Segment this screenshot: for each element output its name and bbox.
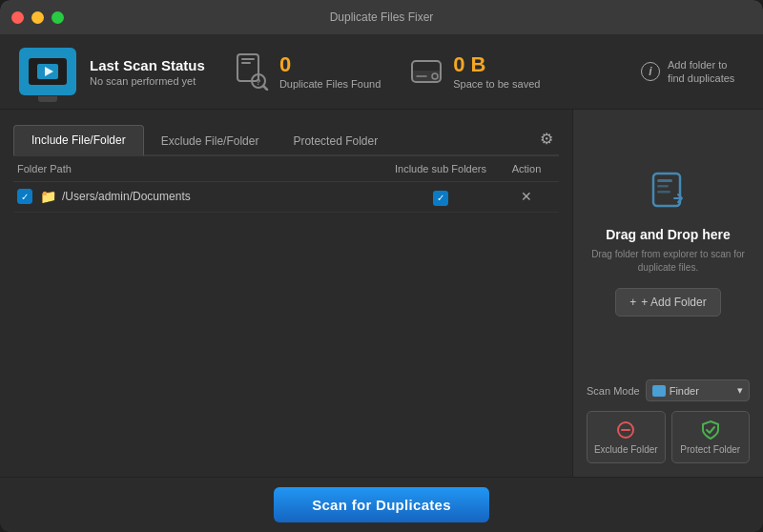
protect-folder-button[interactable]: Protect Folder [671, 411, 751, 463]
duplicate-files-info: 0 Duplicate Files Found [279, 54, 381, 90]
tab-include[interactable]: Include File/Folder [13, 125, 144, 156]
drag-drop-area: Drag and Drop here Drag folder from expl… [587, 123, 750, 370]
last-scan-title: Last Scan Status [90, 57, 205, 73]
space-saved-info: 0 B Space to be saved [453, 54, 540, 90]
svg-rect-14 [657, 185, 669, 188]
window-controls [11, 11, 64, 24]
tab-exclude[interactable]: Exclude File/Folder [144, 127, 277, 155]
add-folder-plus-icon: + [629, 296, 636, 309]
scan-mode-row: Scan Mode Finder ▾ [587, 379, 750, 401]
last-scan-widget: Last Scan Status No scan performed yet [19, 48, 205, 95]
left-panel: Include File/Folder Exclude File/Folder … [0, 110, 572, 477]
sub-check-icon: ✓ [433, 191, 448, 206]
svg-rect-15 [657, 191, 670, 194]
info-icon: i [641, 62, 660, 81]
main-content: Include File/Folder Exclude File/Folder … [0, 110, 763, 477]
folder-icon: 📁 [40, 189, 56, 204]
scan-mode-select[interactable]: Finder ▾ [646, 379, 750, 401]
add-folder-hint: i Add folder to find duplicates [641, 58, 744, 86]
table-header: Folder Path Include sub Folders Action [13, 156, 559, 182]
monitor-screen [29, 58, 67, 85]
last-scan-info: Last Scan Status No scan performed yet [90, 57, 205, 87]
col-action-header: Action [498, 163, 555, 174]
chevron-down-icon: ▾ [737, 384, 743, 397]
last-scan-subtitle: No scan performed yet [90, 75, 205, 87]
scan-mode-label: Scan Mode [587, 385, 640, 397]
exclude-folder-button[interactable]: Exclude Folder [587, 411, 666, 463]
svg-text:?: ? [256, 77, 261, 87]
space-label: Space to be saved [453, 78, 540, 90]
app-window: Duplicate Files Fixer Last Scan Status N… [0, 0, 763, 532]
space-amount: 0 B [453, 54, 540, 75]
exclude-label: Exclude Folder [594, 444, 658, 455]
protect-label: Protect Folder [680, 444, 740, 455]
drag-drop-icon [644, 168, 693, 217]
scan-button[interactable]: Scan for Duplicates [274, 487, 489, 522]
protect-icon [700, 419, 721, 440]
right-panel: Drag and Drop here Drag folder from expl… [572, 110, 763, 477]
duplicate-count: 0 [279, 54, 381, 75]
settings-gear-icon[interactable]: ⚙ [534, 126, 559, 152]
close-button[interactable] [11, 11, 24, 24]
duplicate-label: Duplicate Files Found [279, 78, 381, 90]
hint-text: Add folder to find duplicates [668, 58, 744, 86]
svg-line-6 [263, 86, 267, 90]
bottom-bar: Scan for Duplicates [0, 477, 763, 532]
status-area: Last Scan Status No scan performed yet ?… [0, 34, 763, 110]
tabs-row: Include File/Folder Exclude File/Folder … [13, 123, 559, 156]
col-sub-header: Include sub Folders [383, 163, 498, 174]
space-saved-stat: 0 B Space to be saved [409, 54, 540, 90]
add-folder-label: + Add Folder [641, 296, 706, 309]
minimize-button[interactable] [31, 11, 44, 24]
screen-content-icon [37, 64, 58, 79]
scan-mode-inner: Finder [652, 385, 699, 397]
window-title: Duplicate Files Fixer [330, 10, 434, 24]
monitor-icon [19, 48, 76, 95]
duplicate-files-stat: ? 0 Duplicate Files Found [234, 52, 381, 91]
scan-mode-value: Finder [670, 385, 699, 397]
add-folder-button[interactable]: + + Add Folder [615, 288, 720, 317]
finder-icon [652, 385, 666, 397]
title-bar: Duplicate Files Fixer [0, 0, 763, 34]
maximize-button[interactable] [52, 11, 64, 24]
row-sub-check[interactable]: ✓ [383, 188, 498, 206]
row-path: /Users/admin/Documents [62, 190, 383, 203]
svg-rect-12 [653, 174, 680, 206]
svg-rect-13 [657, 179, 672, 182]
search-doc-icon: ? [234, 52, 270, 91]
row-action-delete[interactable]: ✕ [498, 189, 555, 204]
table-row: 📁 /Users/admin/Documents ✓ ✕ [13, 182, 559, 213]
hdd-icon [409, 54, 443, 89]
drag-drop-title: Drag and Drop here [606, 227, 731, 242]
action-buttons: Exclude Folder Protect Folder [587, 411, 750, 463]
tab-protected[interactable]: Protected Folder [276, 127, 395, 155]
exclude-icon [615, 419, 636, 440]
row-checkbox[interactable] [17, 189, 32, 204]
col-path-header: Folder Path [17, 163, 383, 174]
drag-drop-subtitle: Drag folder from explorer to scan for du… [587, 248, 750, 275]
svg-rect-3 [241, 58, 255, 60]
svg-rect-4 [241, 62, 251, 64]
